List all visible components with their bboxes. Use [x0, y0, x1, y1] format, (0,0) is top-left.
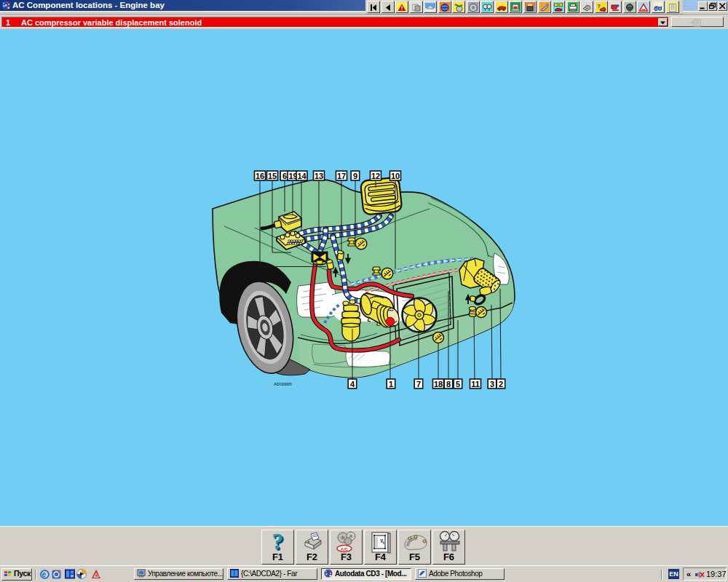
svg-text:e: e — [42, 570, 47, 578]
svg-text:5: 5 — [456, 380, 460, 388]
svg-text:A/C: A/C — [340, 547, 348, 551]
svg-text:3: 3 — [490, 380, 494, 388]
svg-text:12: 12 — [371, 172, 380, 180]
svg-text:ACD: ACD — [94, 574, 100, 578]
svg-text:8: 8 — [446, 380, 451, 388]
svg-text:2: 2 — [499, 380, 503, 388]
svg-text:1: 1 — [389, 380, 393, 388]
svg-text:18: 18 — [434, 380, 443, 388]
svg-text:4: 4 — [350, 380, 355, 388]
svg-text:11: 11 — [471, 380, 480, 388]
svg-text:17: 17 — [337, 172, 346, 180]
svg-text:6: 6 — [282, 172, 287, 180]
svg-text:16: 16 — [256, 172, 264, 180]
svg-text:?: ? — [597, 3, 601, 9]
svg-text:15: 15 — [268, 172, 277, 180]
svg-text:10: 10 — [391, 172, 400, 180]
svg-text:7: 7 — [416, 380, 421, 388]
svg-text:14: 14 — [297, 172, 306, 180]
svg-text:AD103005: AD103005 — [274, 382, 292, 386]
svg-text:9: 9 — [353, 172, 357, 180]
svg-text:13: 13 — [314, 172, 323, 180]
